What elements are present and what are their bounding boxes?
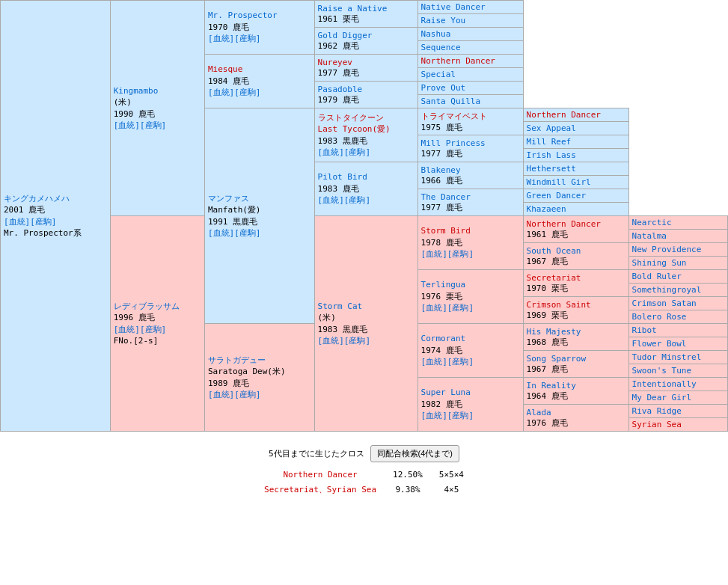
gen2-manfath: マンファス Manfath(愛) 1991 黒鹿毛 [血統][産駒] [204,108,314,324]
gen5-bolero-rose: Bolero Rose [628,310,727,324]
gen5-ribot: Ribot [628,324,727,337]
gen5-riva-ridge: Riva Ridge [628,405,727,418]
gen1-top: キングカメハメハ 2001 鹿毛 [血統][産駒] Mr. Prospector… [1,1,111,432]
gen1-bot: レディブラッサム 1996 鹿毛 [血統][産駒] FNo.[2-s] [110,216,204,432]
gen5-syrian-sea: Syrian Sea [628,418,727,432]
gen4-nureyev: Nureyev 1977 鹿毛 [314,55,417,82]
gen1-tags[interactable]: [血統][産駒] [4,217,57,227]
gen4-gold-digger: Gold Digger 1962 鹿毛 [314,28,417,55]
gen1b-name-jp[interactable]: レディブラッサム [114,301,180,311]
gen2-top-nameen: (米) [114,97,132,107]
gen5-crimson-satan: Crimson Satan [628,297,727,310]
gen3-last-tycoon: ラストタイクーン Last Tycoon(愛) 1983 黒鹿毛 [血統][産駒… [314,108,417,162]
gen5-natalma: Natalma [628,230,727,243]
gen5-my-dear-girl: My Dear Girl [628,391,727,405]
gen2b-top-name-jp[interactable]: Storm Cat [318,301,363,311]
gen3-super-luna: Super Luna 1982 鹿毛 [血統][産駒] [417,378,523,432]
gen5-mill-reef: Mill Reef [523,135,628,149]
gen2b-top-tags[interactable]: [血統][産駒] [318,336,371,346]
gen5-somethingroyal: Somethingroyal [628,284,727,297]
gen2b-bot-tags[interactable]: [血統][産駒] [208,390,261,399]
pedigree-table: キングカメハメハ 2001 鹿毛 [血統][産駒] Mr. Prospector… [0,0,728,432]
cross-table: Northern Dancer 12.50% 5×5×4 Secretariat… [255,467,473,498]
cross-name-1: Northern Dancer [257,468,384,481]
gen5-shining-sun: Shining Sun [628,257,727,270]
gen3-cormorant: Cormorant 1974 鹿毛 [血統][産駒] [417,324,523,378]
gen4-alada: Alada 1976 鹿毛 [523,405,628,432]
gen2b-bot-year: 1989 鹿毛 [208,379,249,388]
gen2b-top-name-en: (米) [318,313,336,322]
gen5-nashua: Nashua [417,28,523,41]
gen5-tudor-minstrel: Tudor Minstrel [628,351,727,364]
gen1b-tags[interactable]: [血統][産駒] [114,325,167,334]
gen5-raise-you: Raise You [417,14,523,28]
gen2b-bot-name-jp[interactable]: サラトガデュー [208,355,266,365]
cross-pattern-2: 4×5 [432,483,471,497]
gen3-terlingua: Terlingua 1976 栗毛 [血統][産駒] [417,270,523,324]
gen2-bot-name-jp[interactable]: マンファス [208,194,249,203]
gen2-top-year: 1990 鹿毛 [114,109,155,119]
gen1-line: Mr. Prospector系 [4,228,82,238]
gen4-blakeney: Blakeney 1966 鹿毛 [417,162,523,189]
gen4-crimson-saint: Crimson Saint 1969 栗毛 [523,297,628,324]
gen4-try-my-best: トライマイベスト 1975 鹿毛 [417,108,523,135]
footer: 5代目までに生じたクロス 同配合検索(4代まで) Northern Dancer… [0,439,728,504]
cross-name-2: Secretariat、Syrian Sea [257,483,384,497]
gen5-swoons-tune: Swoon's Tune [628,364,727,378]
gen2b-bot-name-en: Saratoga Dew(米) [208,367,286,376]
gen2-top-name[interactable]: Kingmambo [114,86,159,96]
cross-pattern-1: 5×5×4 [432,468,471,481]
gen2-top-tags[interactable]: [血統][産駒] [114,120,167,130]
cross-search-button[interactable]: 同配合検索(4代まで) [370,445,459,462]
cross-pct-2: 9.38% [385,483,430,497]
gen5-bold-ruler: Bold Ruler [628,270,727,284]
cross-pct-1: 12.50% [385,468,430,481]
gen5-nearctic: Nearctic [628,216,727,230]
gen5-hethersett: Hethersett [523,162,628,176]
gen3-storm-bird: Storm Bird 1978 鹿毛 [血統][産駒] [417,216,523,270]
gen5-northern-dancer-2: Northern Dancer [523,108,628,122]
gen2-storm-cat: Storm Cat (米) 1983 黒鹿毛 [血統][産駒] [314,216,417,432]
gen4-pasadoble: Pasadoble 1979 鹿毛 [314,82,417,108]
gen4-raise-a-native: Raise a Native 1961 栗毛 [314,1,417,28]
gen2-saratoga-dew: サラトガデュー Saratoga Dew(米) 1989 鹿毛 [血統][産駒] [204,324,314,432]
gen5-prove-out: Prove Out [417,82,523,95]
gen1b-year: 1996 鹿毛 [114,313,155,322]
gen1-name-jp[interactable]: キングカメハメハ [4,194,70,203]
gen4-northern-dancer: Northern Dancer 1961 鹿毛 [523,216,628,243]
gen5-special: Special [417,68,523,82]
gen5-irish-lass: Irish Lass [523,149,628,162]
gen3-0-tags[interactable]: [血統][産駒] [208,34,261,43]
gen5-green-dancer: Green Dancer [523,189,628,203]
gen3-0-year: 1970 鹿毛 [208,22,249,32]
cross-label: 5代目までに生じたクロス [269,448,364,459]
gen4-mill-princess: Mill Princess 1977 鹿毛 [417,135,523,162]
gen5-santa-quilla: Santa Quilla [417,95,523,108]
gen2-kingmambo: Kingmambo (米) 1990 鹿毛 [血統][産駒] [110,1,204,216]
cross-row-1: Northern Dancer 12.50% 5×5×4 [257,468,471,481]
gen1-year: 2001 鹿毛 [4,205,45,215]
gen2-bot-tags[interactable]: [血統][産駒] [208,228,261,238]
cross-row-2: Secretariat、Syrian Sea 9.38% 4×5 [257,483,471,497]
gen3-pilot-bird: Pilot Bird 1983 鹿毛 [血統][産駒] [314,162,417,216]
gen4-his-majesty: His Majesty 1968 鹿毛 [523,324,628,351]
gen3-miesque: Miesque 1984 鹿毛 [血統][産駒] [204,55,314,108]
gen4-secretariat: Secretariat 1970 栗毛 [523,270,628,297]
gen4-in-reality: In Reality 1964 鹿毛 [523,378,628,405]
gen5-northern-dancer-1: Northern Dancer [417,55,523,68]
gen2-bot-year: 1991 黒鹿毛 [208,217,257,227]
gen5-windmill-girl: Windmill Girl [523,176,628,189]
gen2-bot-name-en: Manfath(愛) [208,205,261,215]
gen5-sex-appeal: Sex Appeal [523,122,628,135]
gen5-intentionally: Intentionally [628,378,727,391]
gen1b-line: FNo.[2-s] [114,336,159,346]
gen5-sequence: Sequence [417,41,523,55]
gen5-new-providence: New Providence [628,243,727,257]
gen4-south-ocean: South Ocean 1967 鹿毛 [523,243,628,270]
gen3-mr-prospector: Mr. Prospector 1970 鹿毛 [血統][産駒] [204,1,314,55]
gen2b-top-year: 1983 黒鹿毛 [318,325,367,334]
gen4-the-dancer: The Dancer 1977 鹿毛 [417,189,523,216]
gen4-song-sparrow: Song Sparrow 1967 鹿毛 [523,351,628,378]
gen3-0-name[interactable]: Mr. Prospector [208,10,278,20]
gen5-flower-bowl: Flower Bowl [628,337,727,351]
